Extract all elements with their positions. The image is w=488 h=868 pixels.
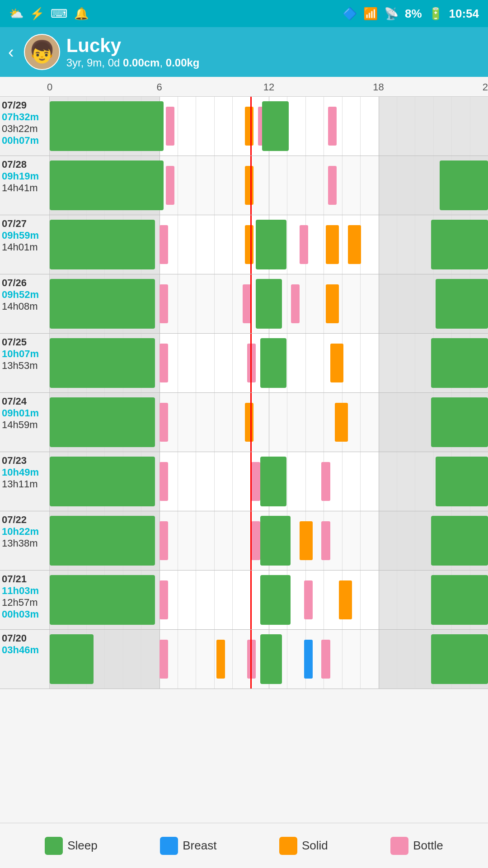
table-row[interactable]: 07/2111h03m12h57m00h03m — [0, 571, 488, 630]
grid-line-minor — [214, 630, 215, 689]
grid-line-minor — [305, 97, 306, 156]
grid-line-minor — [415, 571, 415, 629]
header: ‹ 👦 Lucky 3yr, 9m, 0d 0.00cm, 0.00kg — [0, 27, 488, 77]
grid-line-minor — [415, 215, 415, 274]
grid-line-minor — [324, 156, 324, 215]
grid-line-minor — [178, 571, 178, 629]
day-info: 07/2310h49m13h11m — [0, 452, 50, 511]
bar-bottle — [160, 403, 168, 442]
day-chart — [50, 452, 488, 511]
day-date: 07/21 — [2, 573, 47, 585]
status-right-icons: 🔷 📶 📡 8% 🔋 10:54 — [343, 7, 479, 21]
grid-line-minor — [232, 571, 233, 629]
bar-sleep — [50, 160, 164, 210]
grid-line-minor — [196, 393, 196, 452]
day-date: 07/26 — [2, 277, 47, 289]
day-sleep3: 00h07m — [2, 135, 47, 146]
day-sleep2: 14h01m — [2, 241, 47, 253]
table-row[interactable]: 07/2609h52m14h08m — [0, 274, 488, 334]
grid-line-minor — [342, 630, 343, 689]
grid-line-minor — [415, 630, 415, 689]
grid-line-minor — [178, 511, 178, 570]
grid-line-minor — [214, 571, 215, 629]
current-time-line — [250, 630, 252, 689]
table-row[interactable]: 07/2210h22m13h38m — [0, 511, 488, 571]
legend-item-sleep: Sleep — [45, 837, 98, 855]
current-time-line — [250, 215, 252, 274]
bar-bottle — [321, 462, 330, 501]
day-info: 07/2809h19m14h41m — [0, 156, 50, 215]
grid-line-minor — [360, 452, 361, 511]
table-row[interactable]: 07/2409h01m14h59m — [0, 393, 488, 452]
back-button[interactable]: ‹ — [5, 42, 18, 62]
grid-line — [379, 393, 379, 452]
legend-color-bottle — [390, 837, 408, 855]
grid-line — [379, 630, 379, 689]
legend-color-breast — [160, 837, 178, 855]
day-sleep1: 10h49m — [2, 467, 47, 478]
bar-bottle — [160, 521, 168, 560]
bar-sleep — [260, 575, 291, 625]
grid-line-minor — [214, 274, 215, 333]
legend-color-solid — [279, 837, 297, 855]
day-info: 07/2111h03m12h57m00h03m — [0, 571, 50, 629]
bar-bottle — [251, 462, 260, 501]
hour-label-12: 12 — [263, 81, 274, 93]
table-row[interactable]: 07/2709h59m14h01m — [0, 215, 488, 274]
grid-line-minor — [433, 97, 434, 156]
grid-line-minor — [433, 452, 434, 511]
grid-line-minor — [433, 274, 434, 333]
grid-line-minor — [232, 156, 233, 215]
grid-line-minor — [104, 630, 105, 689]
grid-line-minor — [415, 274, 415, 333]
day-sleep2: 13h11m — [2, 478, 47, 490]
hour-labels: 06121824 — [50, 77, 488, 96]
grid-line-minor — [342, 274, 343, 333]
weather-icon: ⛅ — [9, 7, 23, 21]
table-row[interactable]: 07/2003h46m — [0, 630, 488, 689]
bar-solid — [326, 225, 339, 264]
grid-line-minor — [360, 156, 361, 215]
grid-line — [379, 334, 379, 392]
bar-sleep — [431, 575, 488, 625]
table-row[interactable]: 07/2809h19m14h41m — [0, 156, 488, 215]
bar-bottle — [160, 225, 168, 264]
day-chart — [50, 511, 488, 570]
grid-line-minor — [196, 97, 196, 156]
bar-bottle — [160, 284, 168, 323]
rows-area[interactable]: 07/2907h32m03h22m00h07m07/2809h19m14h41m… — [0, 97, 488, 778]
table-row[interactable]: 07/2907h32m03h22m00h07m — [0, 97, 488, 156]
day-date: 07/29 — [2, 99, 47, 111]
hour-label-18: 18 — [373, 81, 384, 93]
grid-line — [379, 156, 379, 215]
bar-solid — [245, 225, 253, 264]
table-row[interactable]: 07/2510h07m13h53m — [0, 334, 488, 393]
table-row[interactable]: 07/2310h49m13h11m — [0, 452, 488, 511]
grid-line-minor — [305, 452, 306, 511]
bar-solid — [339, 580, 352, 619]
grid-line-minor — [196, 511, 196, 570]
bar-sleep — [436, 279, 488, 329]
grid-line-minor — [178, 452, 178, 511]
bluetooth-icon: 🔷 — [343, 7, 357, 21]
grid-line-minor — [415, 393, 415, 452]
status-bar: ⛅ ⚡ ⌨ 🔔 🔷 📶 📡 8% 🔋 10:54 — [0, 0, 488, 27]
signal-icon: 📡 — [384, 7, 399, 21]
day-info: 07/2907h32m03h22m00h07m — [0, 97, 50, 156]
legend-label-bottle: Bottle — [413, 839, 443, 853]
grid-line-minor — [397, 511, 397, 570]
grid-line-minor — [324, 97, 324, 156]
grid-line-minor — [232, 393, 233, 452]
profile-name: Lucky — [66, 35, 483, 57]
day-rows: 07/2907h32m03h22m00h07m07/2809h19m14h41m… — [0, 97, 488, 689]
grid-line-minor — [287, 156, 287, 215]
current-time-line — [250, 511, 252, 570]
grid-line-minor — [324, 274, 324, 333]
grid-line-minor — [324, 393, 324, 452]
bar-bottle — [291, 284, 300, 323]
grid-line-minor — [397, 156, 397, 215]
bar-bottle — [321, 640, 330, 679]
grid-line-minor — [305, 274, 306, 333]
day-info: 07/2510h07m13h53m — [0, 334, 50, 392]
grid-line-minor — [324, 334, 324, 392]
